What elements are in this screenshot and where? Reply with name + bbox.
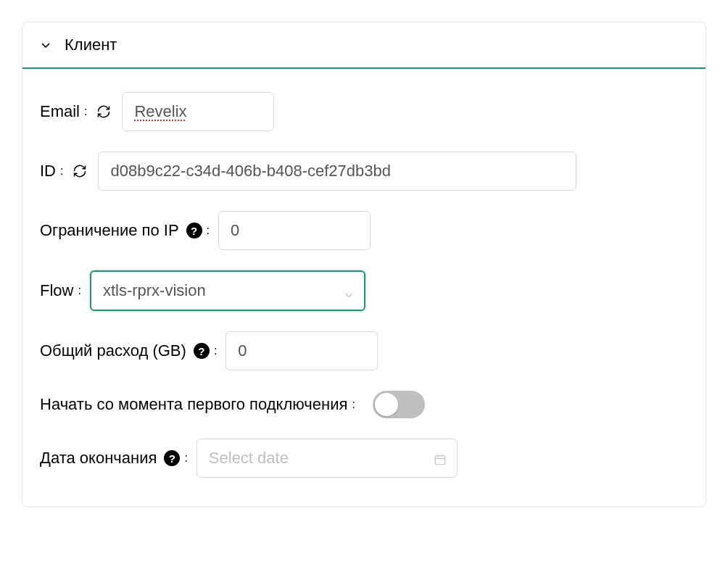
ip-limit-row: Ограничение по IP ? : xyxy=(40,211,688,250)
flow-row: Flow : xtls-rprx-vision xyxy=(40,270,688,311)
expiry-date-input[interactable]: Select date xyxy=(197,439,458,478)
help-icon[interactable]: ? xyxy=(194,343,210,359)
refresh-id-icon[interactable] xyxy=(72,163,88,179)
email-row: Email : xyxy=(40,92,688,131)
help-icon[interactable]: ? xyxy=(186,223,202,239)
client-panel: Клиент Email : ID : xyxy=(22,22,706,507)
colon: : xyxy=(84,105,87,118)
colon: : xyxy=(352,398,355,411)
colon: : xyxy=(207,224,210,237)
panel-title: Клиент xyxy=(65,36,117,54)
expiry-row: Дата окончания ? : Select date xyxy=(40,439,688,478)
colon: : xyxy=(78,284,80,297)
help-icon[interactable]: ? xyxy=(164,450,180,466)
id-label: ID xyxy=(40,162,56,181)
panel-header[interactable]: Клиент xyxy=(22,22,706,69)
start-first-toggle[interactable] xyxy=(373,391,425,418)
colon: : xyxy=(184,452,187,465)
id-row: ID : xyxy=(40,152,688,191)
toggle-knob xyxy=(375,393,398,416)
flow-value: xtls-rprx-vision xyxy=(103,281,206,300)
flow-select[interactable]: xtls-rprx-vision xyxy=(90,270,365,311)
panel-body: Email : ID : xyxy=(22,69,706,507)
total-gb-label: Общий расход (GB) xyxy=(40,341,186,360)
ip-limit-input[interactable] xyxy=(218,211,371,250)
expiry-label: Дата окончания xyxy=(40,449,157,468)
expiry-placeholder: Select date xyxy=(209,449,289,468)
id-input[interactable] xyxy=(98,152,576,191)
start-first-label: Начать со момента первого подключения xyxy=(40,395,347,414)
flow-label: Flow xyxy=(40,281,73,300)
total-gb-row: Общий расход (GB) ? : xyxy=(40,331,688,370)
chevron-down-icon xyxy=(344,286,354,296)
email-label: Email xyxy=(40,102,80,121)
total-gb-input[interactable] xyxy=(226,331,378,370)
colon: : xyxy=(60,165,63,178)
calendar-icon xyxy=(434,452,447,465)
start-first-row: Начать со момента первого подключения : xyxy=(40,391,688,418)
email-input[interactable] xyxy=(122,92,274,131)
refresh-email-icon[interactable] xyxy=(96,104,112,120)
colon: : xyxy=(214,344,217,357)
ip-limit-label: Ограничение по IP xyxy=(40,221,179,240)
chevron-down-icon xyxy=(40,39,51,51)
svg-rect-0 xyxy=(435,456,445,465)
